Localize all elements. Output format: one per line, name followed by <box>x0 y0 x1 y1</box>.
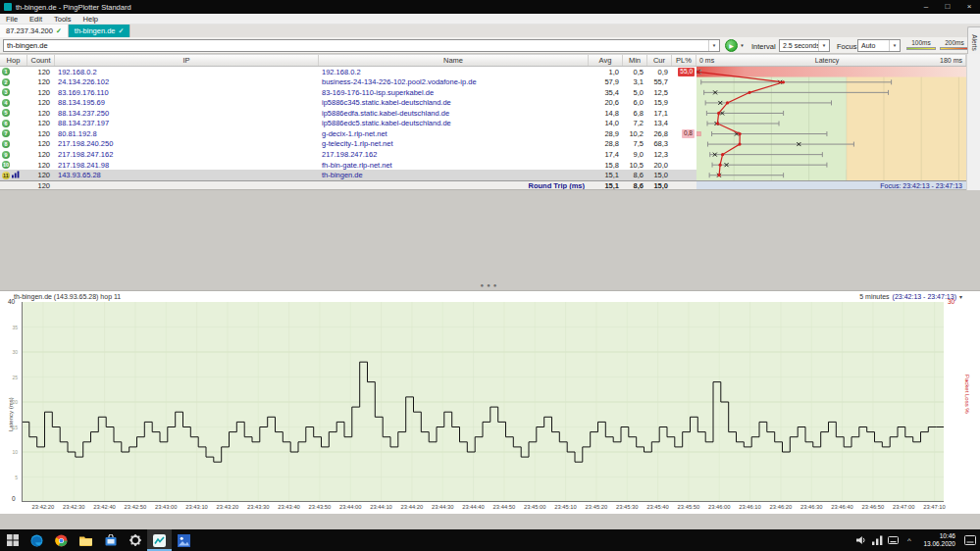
hop-avg: 57,9 <box>589 77 623 88</box>
tray-keyboard-icon[interactable] <box>886 529 901 551</box>
timeline-title: th-bingen.de (143.93.65.28) hop 11 <box>14 293 121 300</box>
header-min[interactable]: Min <box>623 55 647 66</box>
taskbar-clock[interactable]: 10:46 13.06.2020 <box>923 532 955 548</box>
tray-network-icon[interactable] <box>870 529 885 551</box>
hop-min: 10,2 <box>623 128 647 139</box>
hop-packet-loss <box>672 77 696 88</box>
hop-count: 120 <box>27 170 55 180</box>
taskbar-icon-edge[interactable] <box>25 529 49 551</box>
interval-dropdown-icon[interactable]: ▼ <box>818 40 829 51</box>
hop-packet-loss <box>672 119 696 129</box>
interval-select[interactable]: 2.5 seconds ▼ <box>779 39 830 52</box>
hop-name: ip5886edfa.static.kabel-deutschland.de <box>319 108 589 119</box>
x-axis-tick-label: 23:43:40 <box>278 504 300 510</box>
y-axis-max-label: 40 <box>8 298 15 305</box>
maximize-button[interactable]: □ <box>937 0 958 14</box>
hop-packet-loss <box>672 160 696 171</box>
legend-100ms-bar <box>906 47 936 50</box>
hop-avg: 15,1 <box>589 170 623 180</box>
tray-tray-expand-icon[interactable]: ^ <box>902 529 916 551</box>
taskbar-icon-photos[interactable] <box>172 529 196 551</box>
header-name[interactable]: Name <box>319 55 589 66</box>
hop-name: g-telecity-1.rlp-net.net <box>319 139 589 150</box>
hop-cell: 2 <box>0 77 27 88</box>
x-axis-tick-label: 23:45:20 <box>586 504 608 510</box>
taskbar-icon-pingplotter[interactable] <box>147 529 172 551</box>
hop-min: 7,5 <box>623 139 647 150</box>
header-pl[interactable]: PL% <box>672 55 696 66</box>
latency-scale-min: 0 ms <box>699 57 714 64</box>
hop-avg: 28,9 <box>589 128 623 139</box>
round-trip-summary-row: 120 Round Trip (ms) 15,1 8,6 15,0 Focus:… <box>0 180 966 190</box>
tab-th-bingen-de[interactable]: th-bingen.de✓ <box>69 25 131 37</box>
header-ip[interactable]: IP <box>55 55 319 66</box>
window-title: th-bingen.de - PingPlotter Standard <box>16 3 131 12</box>
hop-cur: 15,9 <box>647 98 672 109</box>
chevron-down-icon[interactable]: ▾ <box>959 293 962 300</box>
hop-count: 120 <box>27 77 55 88</box>
x-axis-tick-label: 23:42:40 <box>93 504 116 510</box>
taskbar-icon-chrome[interactable] <box>49 529 74 551</box>
toolbar: ▼ ▶ ▼ Interval 2.5 seconds ▼ Focus Auto … <box>0 37 980 54</box>
packet-loss-axis-max-label: 30 <box>948 298 954 305</box>
play-dropdown-icon[interactable]: ▼ <box>738 43 747 48</box>
focus-select[interactable]: Auto ▼ <box>857 39 901 52</box>
menu-item-help[interactable]: Help <box>77 15 104 24</box>
taskbar-icon-settings[interactable] <box>123 529 147 551</box>
hop-cur: 55,7 <box>647 77 672 88</box>
header-cur[interactable]: Cur <box>647 55 672 66</box>
header-count[interactable]: Count <box>27 55 55 66</box>
hop-number-badge: 5 <box>2 109 10 117</box>
taskbar-icon-file-explorer[interactable] <box>74 529 98 551</box>
panel-splitter-handle[interactable]: ●●● <box>0 282 980 288</box>
focus-dropdown-icon[interactable]: ▼ <box>889 40 900 51</box>
menu-item-file[interactable]: File <box>0 15 24 24</box>
tray-volume-icon[interactable] <box>854 529 869 551</box>
hop-cur: 26,8 <box>647 128 672 139</box>
close-button[interactable]: × <box>958 0 980 14</box>
minimize-button[interactable]: – <box>915 0 937 14</box>
header-avg[interactable]: Avg <box>589 55 623 66</box>
hop-name: business-24-134-226-102.pool2.vodafone-i… <box>319 77 589 88</box>
hop-avg: 14,0 <box>589 119 623 129</box>
tab-check-icon: ✓ <box>56 27 62 35</box>
hop-latency-graph <box>696 67 966 180</box>
tab-87-237-34-200[interactable]: 87.237.34.200✓ <box>0 25 69 37</box>
x-axis-tick-label: 23:46:40 <box>831 504 853 510</box>
menu-item-tools[interactable]: Tools <box>48 15 77 24</box>
menu-item-edit[interactable]: Edit <box>24 15 48 24</box>
hop-count: 120 <box>27 67 55 77</box>
notification-center-icon[interactable] <box>962 529 978 551</box>
hop-cell: 8 <box>0 139 27 150</box>
x-axis-tick-label: 23:45:30 <box>616 504 639 510</box>
focus-label: Focus <box>837 42 856 51</box>
hop-cur: 12,5 <box>647 87 672 98</box>
hop-min: 3,1 <box>623 77 647 88</box>
hop-name: 217.198.247.162 <box>319 149 589 160</box>
x-axis-tick-label: 23:43:20 <box>217 504 239 510</box>
hop-cell: 9 <box>0 149 27 160</box>
play-button[interactable]: ▶ <box>725 39 738 52</box>
graph-indicator-icon <box>12 171 20 180</box>
target-input[interactable] <box>4 40 708 51</box>
hop-count: 120 <box>27 160 55 171</box>
hop-number-badge: 11 <box>2 172 10 179</box>
target-dropdown-icon[interactable]: ▼ <box>708 40 719 51</box>
hop-number-badge: 2 <box>2 78 10 86</box>
x-axis-tick-label: 23:46:00 <box>708 504 731 510</box>
header-hop[interactable]: Hop <box>0 55 27 66</box>
latency-scale-max: 180 ms <box>940 57 962 64</box>
hop-name: ip5886c345.static.kabel-deutschland.de <box>319 98 589 109</box>
hop-cur: 13,4 <box>647 119 672 129</box>
hop-name: 192.168.0.2 <box>319 67 589 77</box>
header-latency[interactable]: 0 ms Latency 180 ms <box>696 55 966 66</box>
hop-count: 120 <box>27 87 55 98</box>
timeline-chart <box>22 302 944 502</box>
taskbar-icon-store[interactable] <box>98 529 123 551</box>
title-bar: th-bingen.de - PingPlotter Standard – □ … <box>0 0 980 14</box>
x-axis-tick-label: 23:46:10 <box>739 504 761 510</box>
taskbar-icon-start[interactable] <box>0 529 25 551</box>
hop-avg: 15,8 <box>589 160 623 171</box>
summary-cur: 15,0 <box>647 181 672 189</box>
hop-avg: 28,8 <box>589 139 623 150</box>
